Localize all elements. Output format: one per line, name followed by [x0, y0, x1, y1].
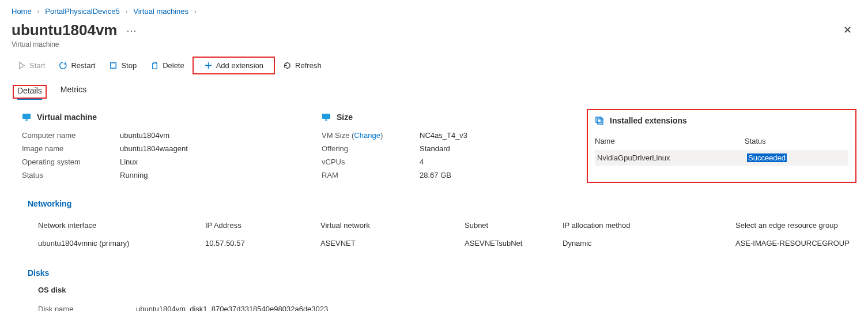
network-row: ubuntu1804vmnic (primary) 10.57.50.57 AS…: [38, 234, 856, 252]
delete-button[interactable]: Delete: [145, 59, 190, 72]
vm-section-title: Virtual machine: [37, 113, 97, 122]
extension-icon: [595, 116, 604, 125]
extensions-section-header: Installed extensions: [595, 116, 848, 125]
refresh-label: Refresh: [295, 61, 322, 70]
image-name-label: Image name: [22, 144, 120, 153]
image-name-value: ubuntu1804waagent: [120, 144, 188, 153]
ext-row-name: NvidiaGpuDriverLinux: [597, 153, 747, 162]
net-vnet: ASEVNET: [320, 239, 465, 248]
vmsize-label: VM Size (Change): [322, 131, 420, 140]
page-subtitle: Virtual machine: [12, 40, 137, 48]
chevron-icon: ›: [125, 7, 127, 16]
net-nic: ubuntu1804vmnic (primary): [38, 239, 205, 248]
breadcrumb: Home › PortalPhysicalDevice5 › Virtual m…: [12, 5, 856, 21]
networking-section-header: Networking: [22, 199, 856, 208]
net-h5: IP allocation method: [563, 221, 735, 230]
svg-rect-0: [111, 63, 116, 68]
disk-name-value: ubuntu1804vm_disk1_870e37d3318540e98032a…: [136, 305, 328, 311]
tab-bar: Details Metrics: [12, 85, 856, 99]
page-title: ubuntu1804vm: [12, 21, 118, 39]
vm-section-header: Virtual machine: [22, 113, 299, 122]
svg-rect-4: [325, 119, 327, 121]
net-h3: Virtual network: [320, 221, 465, 230]
refresh-button[interactable]: Refresh: [277, 59, 327, 72]
more-icon[interactable]: ⋯: [126, 25, 137, 36]
installed-extensions-panel: Installed extensions Name Status NvidiaG…: [587, 109, 856, 183]
chevron-icon: ›: [37, 7, 39, 16]
command-bar: Start Restart Stop Delete Add extension …: [12, 57, 856, 74]
disks-section-header: Disks: [22, 268, 856, 278]
status-label: Status: [22, 171, 120, 179]
stop-label: Stop: [121, 61, 137, 70]
vm-icon: [22, 113, 31, 122]
restart-icon: [59, 61, 67, 70]
ram-value: 28.67 GB: [420, 171, 451, 179]
breadcrumb-device[interactable]: PortalPhysicalDevice5: [45, 7, 119, 16]
os-value: Linux: [120, 158, 138, 166]
net-subnet: ASEVNETsubNet: [465, 239, 563, 248]
extensions-section-title: Installed extensions: [610, 116, 687, 125]
net-h4: Subnet: [465, 221, 563, 230]
extension-row[interactable]: NvidiaGpuDriverLinux Succeeded: [595, 150, 848, 166]
start-label: Start: [29, 61, 45, 70]
os-disk-label: OS disk: [38, 286, 856, 294]
tab-details[interactable]: Details: [17, 86, 42, 100]
disks-link[interactable]: Disks: [28, 268, 49, 278]
ext-col-name: Name: [595, 137, 745, 145]
restart-label: Restart: [71, 61, 95, 70]
start-button[interactable]: Start: [12, 59, 51, 72]
net-ip: 10.57.50.57: [205, 239, 320, 248]
stop-button[interactable]: Stop: [103, 59, 142, 72]
breadcrumb-vms[interactable]: Virtual machines: [133, 7, 188, 16]
tab-metrics[interactable]: Metrics: [61, 85, 86, 99]
net-h1: Network interface: [38, 221, 205, 230]
vcpus-label: vCPUs: [322, 158, 420, 166]
os-label: Operating system: [22, 158, 120, 166]
ram-label: RAM: [322, 171, 420, 179]
net-rg: ASE-IMAGE-RESOURCEGROUP: [735, 239, 856, 248]
plus-icon: [204, 61, 213, 70]
breadcrumb-home[interactable]: Home: [12, 7, 32, 16]
add-extension-button[interactable]: Add extension: [198, 59, 269, 72]
close-icon[interactable]: ✕: [839, 21, 856, 39]
add-extension-label: Add extension: [216, 61, 263, 70]
vcpus-value: 4: [420, 158, 424, 166]
svg-rect-5: [596, 117, 601, 122]
play-icon: [17, 61, 26, 70]
svg-rect-6: [598, 119, 603, 124]
net-h2: IP Address: [205, 221, 320, 230]
change-size-link[interactable]: Change: [354, 131, 380, 140]
offering-label: Offering: [322, 144, 420, 153]
net-alloc: Dynamic: [563, 239, 735, 248]
delete-label: Delete: [163, 61, 184, 70]
size-section-title: Size: [337, 113, 353, 122]
trash-icon: [150, 61, 159, 70]
chevron-icon: ›: [194, 7, 197, 16]
restart-button[interactable]: Restart: [53, 59, 101, 72]
networking-link[interactable]: Networking: [28, 199, 71, 208]
ext-col-status: Status: [745, 137, 848, 145]
network-table-header: Network interface IP Address Virtual net…: [38, 216, 856, 234]
refresh-icon: [283, 61, 292, 70]
extensions-table-header: Name Status: [595, 132, 848, 150]
vmsize-value: NC4as_T4_v3: [420, 131, 467, 140]
svg-rect-2: [25, 119, 28, 121]
offering-value: Standard: [420, 144, 450, 153]
computer-name-value: ubuntu1804vm: [120, 131, 169, 140]
disk-name-label: Disk name: [38, 305, 136, 311]
computer-name-label: Computer name: [22, 131, 120, 140]
size-section-header: Size: [322, 113, 564, 122]
svg-rect-3: [322, 114, 330, 119]
stop-icon: [109, 61, 118, 70]
ext-row-status: Succeeded: [747, 153, 846, 162]
svg-rect-1: [22, 114, 31, 119]
net-h6: Select an edge resource group: [735, 221, 856, 230]
status-value: Running: [120, 171, 148, 179]
size-icon: [322, 113, 331, 122]
